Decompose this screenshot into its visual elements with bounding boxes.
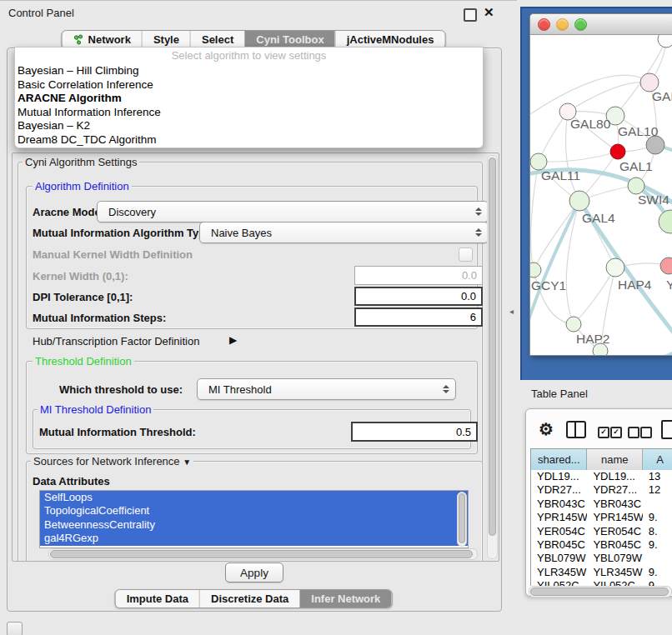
bottom-tab-label: Impute Data (127, 592, 188, 605)
tab-style[interactable]: Style (142, 31, 190, 48)
table-cell: YBL079W (587, 552, 642, 565)
network-node[interactable] (659, 210, 672, 233)
algorithm-option[interactable]: Basic Correlation Inference (15, 78, 483, 92)
cyni-algorithm-settings-title: Cyni Algorithm Settings (23, 156, 139, 168)
table-row[interactable]: YLR345WYLR345W9. (531, 566, 672, 579)
kernel-width-field[interactable]: 0.0 (354, 266, 483, 285)
network-node-gal4[interactable] (569, 191, 589, 211)
network-node-y[interactable] (660, 258, 672, 274)
minimized-panel-icon[interactable] (7, 622, 23, 635)
table-row[interactable]: YBR045CYBR045C9. (531, 538, 672, 552)
algorithm-option[interactable]: Mutual Information Inference (15, 106, 483, 120)
mi-steps-field[interactable]: 6 (354, 308, 483, 327)
select-all-checkbox-icon[interactable]: ✓ (610, 427, 622, 438)
algorithm-dropdown-popup: Select algorithm to view settings Bayesi… (14, 47, 484, 148)
table-row[interactable]: YDL19...YDL19...13 (531, 470, 672, 483)
bottom-tab-discretize-data[interactable]: Discretize Data (199, 590, 299, 608)
column-header-name[interactable]: name (587, 449, 643, 470)
tab-select[interactable]: Select (190, 31, 244, 48)
column-header-third[interactable]: A (643, 449, 672, 470)
network-node-hap2[interactable] (566, 317, 581, 332)
settings-hscroll-thumb[interactable] (50, 550, 473, 558)
algorithm-option[interactable]: ARACNE Algorithm (15, 92, 483, 106)
settings-vscroll-thumb[interactable] (489, 158, 496, 536)
attribute-item[interactable]: gal4RGexp (40, 532, 468, 545)
network-canvas[interactable]: GAL7GAL80GAL10GAL1GAL11SWI4GAL4GCY1HAP4Y… (530, 35, 672, 355)
table-cell: YBR043C (531, 498, 587, 511)
table-row[interactable]: YBR043CYBR043C (531, 498, 672, 511)
bottom-tab-infer-network[interactable]: Infer Network (299, 590, 391, 608)
splitter-arrow-icon[interactable]: ◂ (509, 307, 514, 316)
apply-button[interactable]: Apply (225, 562, 283, 582)
network-node-gal1[interactable] (610, 144, 625, 159)
network-window-titlebar[interactable] (530, 14, 672, 35)
minimize-window-button[interactable] (556, 18, 569, 31)
network-graph: GAL7GAL80GAL10GAL1GAL11SWI4GAL4GCY1HAP4Y… (530, 35, 672, 355)
gear-icon[interactable]: ⚙ (539, 421, 554, 438)
table-cell: YPR145W (587, 511, 642, 524)
network-edge (566, 201, 579, 324)
algorithm-option[interactable]: Dream8 DC_TDC Algorithm (15, 133, 483, 148)
attribute-item[interactable]: TopologicalCoefficient (40, 504, 468, 518)
tab-label: Cyni Toolbox (256, 33, 323, 46)
algorithm-option[interactable]: Bayesian – K2 (15, 119, 483, 133)
which-threshold-label: Which threshold to use: (59, 383, 183, 396)
dpi-tolerance-field[interactable]: 0.0 (354, 287, 483, 306)
which-threshold-select[interactable]: MI Threshold (197, 378, 456, 400)
tab-network[interactable]: Network (63, 31, 142, 48)
algorithm-option[interactable]: Bayesian – Hill Climbing (15, 64, 483, 78)
attributes-scrollbar-thumb[interactable] (459, 493, 465, 543)
network-node-hap4[interactable] (606, 258, 624, 277)
table-cell: YDR27... (531, 483, 587, 497)
deselect-all-checkbox-icon[interactable] (628, 427, 639, 438)
node-label: GAL4 (582, 211, 615, 225)
split-columns-icon[interactable] (566, 421, 586, 438)
node-label: GAL1 (619, 159, 653, 173)
bottom-tab-impute-data[interactable]: Impute Data (116, 590, 199, 608)
algorithm-list: Bayesian – Hill ClimbingBasic Correlatio… (15, 64, 483, 147)
node-label: GAL11 (541, 168, 580, 182)
attribute-item[interactable]: SelfLoops (40, 491, 468, 504)
attribute-item[interactable]: BetweennessCentrality (40, 518, 468, 532)
manual-kernel-checkbox[interactable] (459, 248, 473, 262)
stepper-icon (473, 226, 484, 239)
close-panel-icon[interactable]: ✕ (484, 5, 494, 20)
stepper-icon (473, 205, 484, 218)
tab-cyni-toolbox[interactable]: Cyni Toolbox (244, 31, 334, 48)
float-panel-icon[interactable] (464, 8, 477, 22)
settings-horizontal-scrollbar (48, 548, 478, 560)
network-node-gal11[interactable] (530, 153, 547, 170)
table-panel-title: Table Panel (531, 388, 588, 400)
select-all-checkbox-icon[interactable]: ✓ (598, 427, 609, 438)
table-row[interactable]: YBL079WYBL079W (531, 552, 672, 565)
node-label: HAP4 (618, 278, 652, 292)
hub-expand-arrow-icon[interactable]: ▶ (229, 334, 237, 346)
table-row[interactable]: YDR27...YDR27...12 (531, 483, 672, 497)
network-node-gcy1[interactable] (530, 262, 541, 278)
mi-threshold-field[interactable]: 0.5 (351, 422, 478, 442)
table-cell: YIL052C (531, 579, 587, 586)
network-node[interactable] (658, 35, 672, 48)
tab-jactivemnodules[interactable]: jActiveMNodules (335, 31, 445, 48)
hub-section-label: Hub/Transcription Factor Definition (33, 335, 199, 348)
table-cell: YDL19... (531, 470, 587, 483)
aracne-mode-select[interactable]: Discovery (97, 201, 489, 222)
new-table-icon[interactable] (661, 420, 672, 439)
sources-collapse-arrow-icon[interactable]: ▼ (183, 458, 191, 467)
close-window-button[interactable] (538, 18, 550, 31)
zoom-window-button[interactable] (574, 18, 587, 31)
mi-algorithm-type-select[interactable]: Naive Bayes (199, 222, 489, 243)
table-row[interactable]: YER054CYER054C8. (531, 525, 672, 538)
table-row[interactable]: YPR145WYPR145W9. (531, 511, 672, 524)
table-row[interactable]: YIL052CYIL052C9. (531, 579, 672, 586)
dpi-tolerance-label: DPI Tolerance [0,1]: (33, 291, 133, 303)
table-cell: YER054C (587, 525, 642, 538)
deselect-all-checkbox-icon[interactable] (640, 427, 652, 438)
network-node-swi4[interactable] (628, 178, 644, 194)
network-node[interactable] (646, 136, 664, 154)
table-cell: 9. (643, 579, 672, 586)
table-cell: YBL079W (531, 552, 587, 565)
application-window: Control Panel ✕ NetworkStyleSelectCyni T… (0, 0, 672, 635)
table-hscroll-thumb[interactable] (530, 588, 669, 596)
column-header-shared-name[interactable]: shared... (531, 449, 587, 470)
